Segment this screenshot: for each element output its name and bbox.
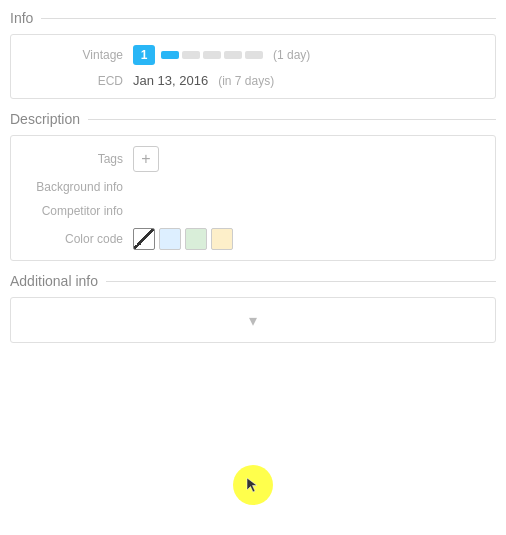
background-info-label: Background info — [23, 180, 133, 194]
competitor-info-row: Competitor info — [23, 204, 483, 218]
vintage-duration: (1 day) — [273, 48, 310, 62]
vintage-slider[interactable] — [161, 51, 263, 59]
plus-icon: + — [141, 150, 150, 168]
description-section: Description Tags + Background info Compe… — [10, 111, 496, 261]
cursor-arrow-icon — [245, 476, 261, 494]
description-section-body: Tags + Background info Competitor info C… — [10, 135, 496, 261]
color-code-row: Color code — [23, 228, 483, 250]
tags-row: Tags + — [23, 146, 483, 172]
color-swatches — [133, 228, 233, 250]
slider-segment-2[interactable] — [182, 51, 200, 59]
vintage-value: 1 (1 day) — [133, 45, 310, 65]
color-code-label: Color code — [23, 232, 133, 246]
background-info-row: Background info — [23, 180, 483, 194]
slider-segment-3[interactable] — [203, 51, 221, 59]
color-swatch-blue[interactable] — [159, 228, 181, 250]
color-swatch-green[interactable] — [185, 228, 207, 250]
info-section-body: Vintage 1 (1 day) ECD Jan 13, 2016 (in 7… — [10, 34, 496, 99]
vintage-row: Vintage 1 (1 day) — [23, 45, 483, 65]
color-swatch-yellow[interactable] — [211, 228, 233, 250]
ecd-days: (in 7 days) — [218, 74, 274, 88]
info-section-title: Info — [10, 10, 496, 26]
info-title-text: Info — [10, 10, 33, 26]
tags-value: + — [133, 146, 159, 172]
ecd-label: ECD — [23, 74, 133, 88]
chevron-down-icon: ▾ — [249, 311, 257, 330]
slider-segment-1[interactable] — [161, 51, 179, 59]
slider-segment-4[interactable] — [224, 51, 242, 59]
info-section: Info Vintage 1 (1 day) ECD Jan 13, 2016 — [10, 10, 496, 99]
tags-label: Tags — [23, 152, 133, 166]
additional-info-dropdown[interactable]: ▾ — [10, 297, 496, 343]
ecd-value: Jan 13, 2016 (in 7 days) — [133, 73, 274, 88]
ecd-row: ECD Jan 13, 2016 (in 7 days) — [23, 73, 483, 88]
competitor-info-label: Competitor info — [23, 204, 133, 218]
description-title-text: Description — [10, 111, 80, 127]
cursor-indicator — [233, 465, 273, 505]
additional-info-section: Additional info ▾ — [10, 273, 496, 343]
additional-info-title-text: Additional info — [10, 273, 98, 289]
add-tag-button[interactable]: + — [133, 146, 159, 172]
vintage-badge: 1 — [133, 45, 155, 65]
additional-info-title: Additional info — [10, 273, 496, 289]
description-section-title: Description — [10, 111, 496, 127]
slider-segment-5[interactable] — [245, 51, 263, 59]
vintage-label: Vintage — [23, 48, 133, 62]
color-swatch-slash[interactable] — [133, 228, 155, 250]
ecd-date: Jan 13, 2016 — [133, 73, 208, 88]
